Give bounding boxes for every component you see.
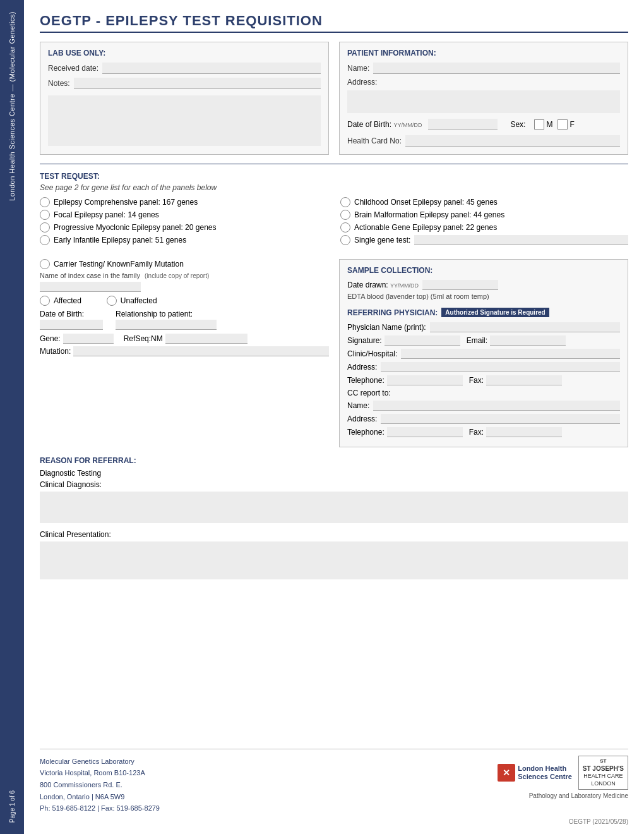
- carrier-checkbox[interactable]: [40, 259, 50, 269]
- phys-address-label: Address:: [347, 363, 377, 372]
- footer-address3: London, Ontario | N6A 5W9: [40, 791, 160, 803]
- sex-radio-group: M F: [534, 119, 574, 130]
- sidebar-title: London Health Sciences Centre — (Molecul…: [8, 11, 16, 201]
- single-gene-input[interactable]: [414, 235, 628, 245]
- sex-male-radio[interactable]: [534, 119, 544, 130]
- panel-label-r2: Brain Malformation Epilepsy panel: 44 ge…: [354, 210, 504, 219]
- panel-label-r3: Actionable Gene Epilepsy panel: 22 genes: [354, 223, 497, 232]
- clinic-row: Clinic/Hospital:: [347, 349, 620, 359]
- sex-female-option[interactable]: F: [558, 119, 574, 130]
- panel-checkbox-3[interactable]: [40, 222, 50, 233]
- tel-item: Telephone:: [347, 375, 463, 385]
- dob-input[interactable]: [428, 119, 498, 130]
- panel-checkbox-r3[interactable]: [340, 222, 350, 233]
- cc-name-row: Name:: [347, 401, 620, 411]
- test-request-section: TEST REQUEST: See page 2 for gene list f…: [40, 172, 628, 250]
- panel-checkbox-1[interactable]: [40, 197, 50, 207]
- cc-tel-input[interactable]: [387, 427, 463, 437]
- clinical-presentation-textarea[interactable]: [40, 541, 628, 579]
- carrier-section: Carrier Testing/ KnownFamily Mutation Na…: [40, 259, 329, 447]
- carrier-label: Carrier Testing/ KnownFamily Mutation: [54, 260, 184, 269]
- affected-label: Affected: [54, 296, 81, 305]
- panel-label-r4: Single gene test:: [354, 236, 410, 245]
- name-input[interactable]: [373, 63, 620, 74]
- fax-input[interactable]: [486, 375, 562, 385]
- stjosephs-line2: HEALTH CARE: [583, 773, 624, 780]
- gene-label: Gene:: [40, 334, 61, 343]
- footer: Molecular Genetics Laboratory Victoria H…: [40, 749, 628, 814]
- mutation-input[interactable]: [73, 346, 329, 356]
- received-date-input[interactable]: [102, 63, 321, 74]
- panel-item-2: Focal Epilepsy panel: 14 genes: [40, 210, 328, 220]
- unaffected-label: Unaffected: [121, 296, 157, 305]
- panel-checkbox-r4[interactable]: [340, 235, 350, 245]
- gene-input[interactable]: [63, 334, 114, 344]
- footer-logos: ✕ London Health Sciences Centre ST ST JO…: [498, 756, 628, 790]
- carrier-name-sublabel: (include copy of report): [145, 272, 209, 279]
- email-input[interactable]: [490, 335, 566, 346]
- footer-address2: 800 Commissioners Rd. E.: [40, 779, 160, 791]
- fax-label: Fax:: [469, 376, 484, 385]
- carrier-name-input[interactable]: [40, 282, 141, 292]
- phys-address-row: Address:: [347, 362, 620, 372]
- phys-address-input[interactable]: [381, 362, 620, 372]
- sex-female-radio[interactable]: [558, 119, 568, 130]
- date-drawn-row: Date drawn: YY/MM/DD: [347, 280, 620, 290]
- notes-input[interactable]: [74, 78, 321, 89]
- sig-input[interactable]: [385, 335, 460, 346]
- footer-right: ✕ London Health Sciences Centre ST ST JO…: [498, 756, 628, 800]
- panel-label-2: Focal Epilepsy panel: 14 genes: [54, 210, 159, 219]
- tel-fax-row: Telephone: Fax:: [347, 375, 620, 385]
- clinic-input[interactable]: [401, 349, 620, 359]
- cc-name-input[interactable]: [373, 401, 620, 411]
- footer-phone-fax: Ph: 519-685-8122 | Fax: 519-685-8279: [40, 802, 160, 814]
- cc-address-label: Address:: [347, 414, 377, 423]
- gene-item: Gene:: [40, 334, 114, 344]
- stjosephs-logo: ST ST JOSEPH'S HEALTH CARE LONDON: [578, 756, 628, 790]
- phys-name-input[interactable]: [430, 322, 620, 332]
- sample-section: SAMPLE COLLECTION: Date drawn: YY/MM/DD …: [339, 259, 628, 447]
- panel-checkbox-r2[interactable]: [340, 210, 350, 220]
- carrier-dob-item: Date of Birth:: [40, 310, 103, 330]
- panel-checkbox-2[interactable]: [40, 210, 50, 220]
- title-divider: [40, 32, 628, 33]
- unaffected-checkbox[interactable]: [107, 296, 117, 306]
- carrier-dob-label: Date of Birth:: [40, 310, 103, 318]
- carrier-rel-input[interactable]: [116, 320, 217, 330]
- st-superscript: ST: [583, 758, 624, 764]
- panel-checkbox-r1[interactable]: [340, 197, 350, 207]
- carrier-dob-input[interactable]: [40, 320, 103, 330]
- affected-row: Affected Unaffected: [40, 296, 329, 306]
- dob-rel-row: Date of Birth: Relationship to patient:: [40, 310, 329, 330]
- refseq-label: RefSeq:NM: [124, 334, 163, 343]
- lab-section: LAB USE ONLY: Received date: Notes:: [40, 42, 329, 155]
- refseq-input[interactable]: [165, 334, 247, 344]
- affected-item: Affected: [40, 296, 81, 306]
- date-drawn-input[interactable]: [422, 280, 498, 290]
- refseq-item: RefSeq:NM: [124, 334, 247, 344]
- date-drawn-label: Date drawn: YY/MM/DD: [347, 281, 419, 289]
- cc-fax-input[interactable]: [486, 427, 562, 437]
- panel-checkbox-4[interactable]: [40, 235, 50, 245]
- cc-address-input[interactable]: [381, 414, 620, 424]
- main-content: OEGTP - EPILEPSY TEST REQUISITION LAB US…: [24, 0, 644, 834]
- health-card-input[interactable]: [405, 135, 620, 147]
- dob-label: Date of Birth: YY/MM/DD: [347, 120, 422, 129]
- section-divider-1: [40, 164, 628, 164]
- clinic-label: Clinic/Hospital:: [347, 349, 397, 358]
- health-card-label: Health Card No:: [347, 136, 402, 145]
- clinical-presentation-label: Clinical Presentation:: [40, 530, 628, 539]
- sex-female-label: F: [569, 120, 574, 129]
- tel-input[interactable]: [387, 375, 463, 385]
- address-label: Address:: [347, 78, 377, 87]
- affected-checkbox[interactable]: [40, 296, 50, 306]
- panel-item-1: Epilepsy Comprehensive panel: 167 genes: [40, 197, 328, 207]
- sex-male-option[interactable]: M: [534, 119, 552, 130]
- panel-item-4: Early Infantile Epilepsy panel: 51 genes: [40, 235, 328, 245]
- notes-textarea[interactable]: [48, 95, 321, 146]
- clinical-diagnosis-textarea[interactable]: [40, 492, 628, 523]
- address-textarea[interactable]: [347, 90, 620, 113]
- panel-item-3: Progressive Myoclonic Epilepsy panel: 20…: [40, 222, 328, 233]
- page-title: OEGTP - EPILEPSY TEST REQUISITION: [40, 13, 628, 29]
- panel-label-r1: Childhood Onset Epilepsy panel: 45 genes: [354, 198, 498, 207]
